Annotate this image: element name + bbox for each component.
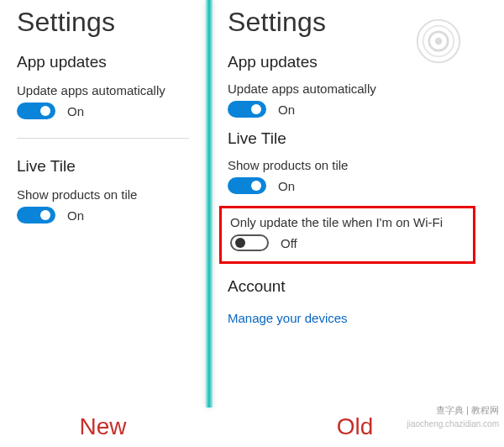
page-title: Settings xyxy=(17,7,189,38)
show-products-toggle[interactable] xyxy=(228,177,266,194)
footer-label-new: New xyxy=(0,413,206,440)
update-auto-label: Update apps automatically xyxy=(17,83,189,97)
section-app-updates: App updates xyxy=(17,53,189,71)
settings-pane-new: Settings App updates Update apps automat… xyxy=(0,0,206,408)
section-live-tile: Live Tile xyxy=(17,157,189,176)
wifi-only-toggle[interactable] xyxy=(230,234,269,251)
update-auto-state: On xyxy=(67,104,84,118)
show-products-label: Show products on tile xyxy=(228,158,470,172)
manage-devices-link[interactable]: Manage your devices xyxy=(228,311,348,325)
highlight-new-option: Only update the tile when I'm on Wi-Fi O… xyxy=(219,206,475,264)
pane-divider xyxy=(206,0,213,408)
update-auto-toggle[interactable] xyxy=(17,103,55,119)
section-app-updates: App updates xyxy=(228,53,470,71)
show-products-label: Show products on tile xyxy=(17,187,189,202)
section-divider xyxy=(17,138,189,139)
wifi-only-state: Off xyxy=(281,236,297,250)
wifi-only-label: Only update the tile when I'm on Wi-Fi xyxy=(230,215,465,229)
show-products-state: On xyxy=(278,179,295,193)
settings-pane-old: Settings App updates Update apps automat… xyxy=(213,0,487,408)
show-products-toggle[interactable] xyxy=(17,207,55,224)
update-auto-toggle[interactable] xyxy=(228,101,266,118)
watermark-text: 查字典 | 教程网 xyxy=(436,404,499,417)
show-products-state: On xyxy=(67,208,84,223)
page-title: Settings xyxy=(228,7,470,38)
watermark-url: jiaocheng.chazidian.com xyxy=(407,419,499,429)
update-auto-state: On xyxy=(278,103,295,117)
section-live-tile: Live Tile xyxy=(228,129,470,148)
update-auto-label: Update apps automatically xyxy=(228,82,470,96)
section-account: Account xyxy=(228,277,470,296)
